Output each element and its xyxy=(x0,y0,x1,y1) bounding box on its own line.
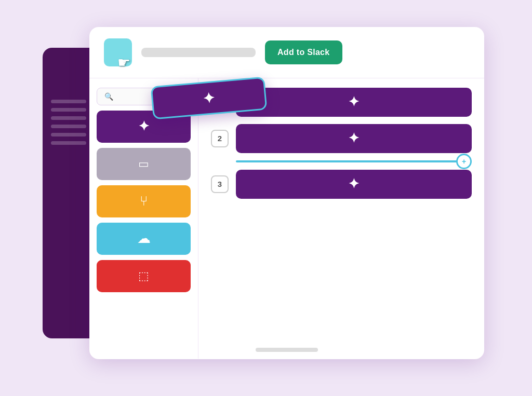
dragged-card-icon: ✦ xyxy=(202,89,216,107)
content-area: 🔍 ✦ ▭ ⑂ ☁ ⬚ xyxy=(89,78,484,359)
screen-icon: ⬚ xyxy=(138,269,149,283)
sidebar-nav-lines xyxy=(51,100,86,145)
purple-block-2[interactable]: ✦ xyxy=(236,124,472,153)
nav-line xyxy=(51,108,86,112)
main-card: Add to Slack 🔍 ✦ ▭ ⑂ ☁ xyxy=(89,27,484,359)
slack-hash-icon: ✦ xyxy=(138,118,150,134)
slack-icon-row2: ✦ xyxy=(348,130,360,146)
plus-icon: + xyxy=(462,157,466,166)
app-item-browser[interactable]: ▭ xyxy=(97,148,191,180)
nav-line xyxy=(51,100,86,103)
app-item-git[interactable]: ⑂ xyxy=(97,185,191,217)
browser-icon: ▭ xyxy=(138,157,149,171)
search-icon: 🔍 xyxy=(104,92,113,101)
cursor-hand-icon: ☛ xyxy=(117,54,130,71)
purple-block-3[interactable]: ✦ xyxy=(236,170,472,199)
slack-icon-row1: ✦ xyxy=(348,94,360,110)
git-icon: ⑂ xyxy=(140,193,148,209)
scroll-bar[interactable] xyxy=(256,348,318,352)
nav-line xyxy=(51,116,86,120)
slider-track[interactable]: + xyxy=(236,160,472,162)
scene: Add to Slack 🔍 ✦ ▭ ⑂ ☁ xyxy=(43,27,489,370)
slider-row: + xyxy=(211,160,472,162)
nav-line xyxy=(51,141,86,145)
row-3: 3 ✦ xyxy=(211,170,472,199)
row-number-3: 3 xyxy=(211,175,229,193)
nav-line xyxy=(51,125,86,128)
cloud-icon: ☁ xyxy=(137,230,151,247)
app-item-cloud[interactable]: ☁ xyxy=(97,223,191,255)
slack-icon-row3: ✦ xyxy=(348,176,360,192)
slider-thumb[interactable]: + xyxy=(456,154,472,169)
purple-block-1[interactable]: ✦ xyxy=(236,88,472,117)
app-item-screen[interactable]: ⬚ xyxy=(97,260,191,292)
header: Add to Slack xyxy=(89,27,484,78)
left-panel: 🔍 ✦ ▭ ⑂ ☁ ⬚ xyxy=(89,78,198,359)
row-2: 2 ✦ xyxy=(211,124,472,153)
row-number-2: 2 xyxy=(211,130,229,147)
right-panel: 1 ✦ 2 ✦ xyxy=(198,78,484,359)
title-bar xyxy=(141,48,256,57)
add-to-slack-button[interactable]: Add to Slack xyxy=(265,40,342,64)
nav-line xyxy=(51,133,86,136)
